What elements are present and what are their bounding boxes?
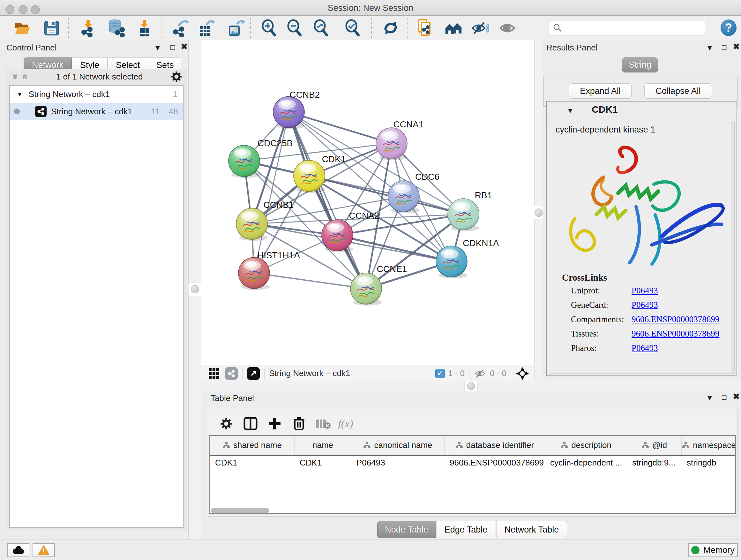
- table-horizontal-scrollbar[interactable]: [211, 508, 269, 513]
- float-panel-icon[interactable]: □: [722, 44, 727, 51]
- delete-table-button[interactable]: [314, 415, 333, 433]
- crosslink-link[interactable]: 9606.ENSP00000378699: [631, 329, 719, 339]
- export-network-button[interactable]: [172, 19, 190, 37]
- zoom-out-button[interactable]: [285, 19, 304, 37]
- selected-checkbox-icon[interactable]: ✓: [435, 369, 445, 378]
- tab-network-table[interactable]: Network Table: [496, 521, 567, 538]
- table-cell[interactable]: P06493: [351, 458, 445, 468]
- column-header-database-identifier[interactable]: database identifier: [445, 436, 545, 455]
- table-cell[interactable]: stringdb:9...: [627, 458, 682, 468]
- warnings-button[interactable]: [32, 543, 55, 557]
- memory-button[interactable]: Memory: [688, 543, 738, 557]
- expand-all-button[interactable]: Expand All: [569, 83, 631, 99]
- crosslink-link[interactable]: P06493: [631, 343, 658, 353]
- edge-CCNB2-CCNA1[interactable]: [289, 112, 392, 143]
- expand-all-networks-icon[interactable]: «: [20, 74, 31, 79]
- float-panel-icon[interactable]: □: [171, 44, 175, 51]
- show-columns-button[interactable]: [241, 415, 260, 433]
- network-collection-row[interactable]: ▼ String Network – cdk1 1: [10, 85, 183, 103]
- left-splitter[interactable]: [188, 40, 202, 540]
- bottom-splitter[interactable]: [201, 381, 741, 391]
- tab-edge-table[interactable]: Edge Table: [436, 521, 495, 538]
- right-splitter[interactable]: [534, 40, 543, 381]
- edge-count: 48: [169, 107, 178, 117]
- zoom-fit-button[interactable]: [312, 19, 330, 37]
- card-collapse-icon[interactable]: ▼: [567, 107, 574, 115]
- close-panel-icon[interactable]: ✖: [733, 43, 740, 51]
- column-header-canonical-name[interactable]: canonical name: [351, 436, 445, 455]
- column-header-@id[interactable]: @id: [627, 436, 682, 455]
- toolbar-separator: [407, 18, 408, 38]
- import-table-from-file-button[interactable]: [135, 19, 153, 37]
- function-builder-button[interactable]: f(x): [336, 415, 355, 433]
- splitter-handle-icon[interactable]: [464, 379, 478, 393]
- cloud-status-button[interactable]: [7, 543, 29, 557]
- node-highlight: [281, 101, 291, 106]
- refresh-view-button[interactable]: [381, 19, 400, 37]
- crosslink-label: GeneCard:: [571, 300, 608, 310]
- crosslink-row: GeneCard:P06493: [549, 300, 734, 314]
- navigate-crosshair-icon[interactable]: [516, 367, 529, 380]
- tree-expand-icon[interactable]: ▼: [17, 91, 23, 98]
- float-panel-icon[interactable]: □: [722, 393, 727, 401]
- grid-view-icon[interactable]: [209, 368, 219, 379]
- crosslink-label: Pharos:: [571, 343, 597, 353]
- search-input[interactable]: [562, 23, 705, 33]
- import-network-from-file-button[interactable]: [79, 19, 97, 37]
- table-row[interactable]: CDK1CDK1P064939606.ENSP00000378699cyclin…: [210, 455, 735, 470]
- crosslink-link[interactable]: 9606.ENSP00000378699: [631, 314, 719, 324]
- edge-CCNB2-CCNE1[interactable]: [289, 112, 366, 289]
- import-network-from-database-button[interactable]: [107, 19, 125, 37]
- column-header-namespace[interactable]: namespace: [682, 436, 736, 455]
- column-header-name[interactable]: name: [294, 436, 351, 455]
- export-image-button[interactable]: [226, 19, 245, 37]
- edge-CCNA2-CDKN1A[interactable]: [337, 235, 452, 261]
- export-table-button[interactable]: [197, 19, 215, 37]
- collapse-panel-icon[interactable]: ▼: [154, 44, 161, 52]
- table-cell[interactable]: cyclin-dependent ...: [545, 458, 627, 468]
- column-header-description[interactable]: description: [545, 436, 627, 455]
- crosslink-link[interactable]: P06493: [631, 300, 658, 310]
- table-settings-button[interactable]: [217, 415, 236, 433]
- help-button[interactable]: ?: [721, 19, 737, 36]
- network-row-selected[interactable]: String Network – cdk1 11 48: [10, 103, 183, 120]
- create-column-button[interactable]: [265, 415, 284, 433]
- network-canvas[interactable]: CCNB2CCNA1CDC25BCDK1CDC6RB1CCNB1CCNA2CDK…: [201, 40, 534, 366]
- close-panel-icon[interactable]: ✖: [181, 43, 188, 51]
- column-label: database identifier: [466, 440, 534, 450]
- share-view-icon[interactable]: [225, 367, 238, 380]
- close-panel-icon[interactable]: ✖: [733, 393, 740, 400]
- collapse-all-button[interactable]: Collapse All: [644, 83, 712, 99]
- tab-string[interactable]: String: [622, 57, 658, 72]
- refresh-icon: [382, 19, 400, 37]
- tab-node-table[interactable]: Node Table: [377, 521, 436, 538]
- delete-column-button[interactable]: [289, 415, 309, 433]
- zoom-selected-button[interactable]: [343, 19, 362, 37]
- table-panel-title: Table Panel: [211, 393, 254, 403]
- zoom-in-button[interactable]: [260, 19, 278, 37]
- table-cell[interactable]: 9606.ENSP00000378699: [445, 458, 545, 468]
- edge-HIST1H1A-CCNE1[interactable]: [254, 273, 366, 289]
- results-scrollbar[interactable]: [731, 121, 734, 373]
- collapse-panel-icon[interactable]: ▼: [706, 44, 714, 52]
- save-session-button[interactable]: [43, 19, 61, 37]
- hide-selected-button[interactable]: [471, 19, 489, 37]
- open-in-window-icon[interactable]: [247, 367, 260, 380]
- table-cell[interactable]: CDK1: [294, 458, 351, 468]
- table-cell[interactable]: CDK1: [210, 458, 294, 468]
- column-header-shared-name[interactable]: shared name: [210, 436, 294, 455]
- string-home-button[interactable]: [444, 19, 463, 37]
- crosslink-link[interactable]: P06493: [631, 286, 658, 296]
- show-all-button[interactable]: [498, 19, 517, 37]
- open-session-button[interactable]: [13, 19, 32, 37]
- hidden-eye-icon[interactable]: [474, 368, 487, 379]
- search-field[interactable]: [549, 20, 706, 36]
- collapse-all-networks-icon[interactable]: »: [10, 74, 21, 79]
- edge-CDK1-RB1[interactable]: [309, 176, 463, 214]
- table-cell[interactable]: stringdb: [682, 458, 736, 468]
- gear-icon[interactable]: [171, 71, 182, 82]
- network-graph[interactable]: CCNB2CCNA1CDC25BCDK1CDC6RB1CCNB1CCNA2CDK…: [201, 40, 534, 366]
- collapse-panel-icon[interactable]: ▼: [706, 394, 714, 401]
- network-from-selection-button[interactable]: [416, 19, 434, 37]
- splitter-handle-icon[interactable]: [188, 283, 202, 296]
